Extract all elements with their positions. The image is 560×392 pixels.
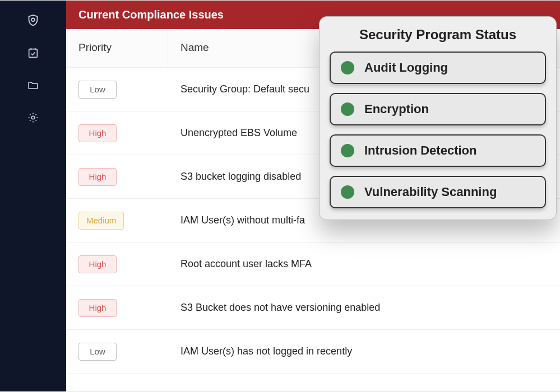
- priority-badge: High: [78, 299, 117, 317]
- cell-name: IAM User(s) has not logged in recently: [168, 346, 560, 357]
- status-dot-icon: [341, 144, 354, 157]
- gear-icon: [27, 111, 39, 126]
- status-dot-icon: [341, 61, 354, 74]
- folder-icon: [27, 79, 39, 94]
- cell-name: Root account user lacks MFA: [168, 258, 560, 270]
- svg-point-0: [31, 18, 35, 22]
- table-row[interactable]: HighRoot account user lacks MFA: [66, 242, 560, 286]
- sidebar-item-shield[interactable]: [16, 5, 50, 38]
- status-item[interactable]: Encryption: [330, 93, 546, 125]
- table-row[interactable]: HighS3 Bucket does not have versioning e…: [66, 286, 560, 330]
- status-item[interactable]: Intrusion Detection: [330, 134, 546, 167]
- security-status-card: Security Program Status Audit LoggingEnc…: [319, 16, 557, 220]
- svg-rect-1: [29, 49, 38, 58]
- priority-badge: Low: [78, 343, 117, 361]
- sidebar-item-settings[interactable]: [16, 102, 50, 135]
- cell-priority: Low: [66, 81, 168, 99]
- priority-badge: Medium: [78, 212, 124, 230]
- column-header-priority: Priority: [66, 29, 168, 67]
- status-dot-icon: [341, 102, 354, 116]
- shield-icon: [26, 13, 40, 29]
- table-row[interactable]: LowIAM User(s) has not logged in recentl…: [66, 330, 560, 374]
- status-item-label: Audit Logging: [364, 60, 448, 75]
- cell-priority: High: [66, 168, 168, 186]
- status-item[interactable]: Vulnerability Scanning: [330, 176, 546, 208]
- cell-priority: Medium: [66, 212, 168, 230]
- cell-priority: High: [66, 255, 168, 273]
- status-item[interactable]: Audit Logging: [330, 52, 546, 84]
- status-item-label: Vulnerability Scanning: [364, 185, 497, 199]
- calendar-check-icon: [27, 46, 39, 61]
- cell-name: S3 Bucket does not have versioning enabl…: [168, 302, 560, 314]
- sidebar: [0, 1, 66, 391]
- cell-priority: Low: [66, 343, 168, 361]
- cell-priority: High: [66, 124, 168, 142]
- sidebar-item-folder[interactable]: [16, 70, 50, 102]
- priority-badge: Low: [78, 81, 117, 99]
- status-card-title: Security Program Status: [330, 27, 546, 43]
- sidebar-item-calendar[interactable]: [16, 38, 50, 70]
- status-dot-icon: [341, 185, 354, 199]
- priority-badge: High: [78, 255, 117, 273]
- status-item-label: Intrusion Detection: [364, 143, 476, 158]
- priority-badge: High: [78, 168, 117, 186]
- priority-badge: High: [78, 124, 117, 142]
- cell-priority: High: [66, 299, 168, 317]
- status-item-label: Encryption: [364, 102, 429, 116]
- svg-point-2: [31, 116, 35, 119]
